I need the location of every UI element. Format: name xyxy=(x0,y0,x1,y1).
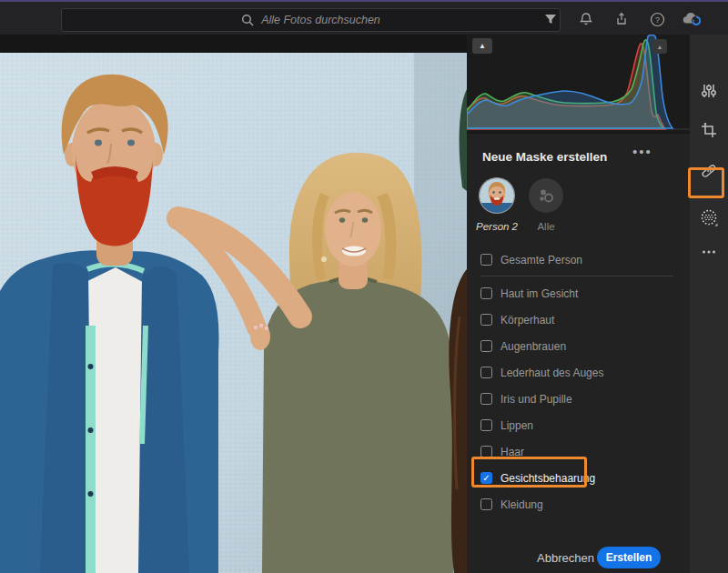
mask-option-lippen[interactable]: Lippen xyxy=(480,412,677,438)
histogram[interactable]: ▲ ▲ xyxy=(467,35,690,134)
svg-text:?: ? xyxy=(654,15,659,25)
bell-icon[interactable] xyxy=(576,9,596,29)
top-bar: Alle Fotos durchsuchen xyxy=(0,2,728,35)
mask-option-koerperhaut[interactable]: Körperhaut xyxy=(480,307,677,333)
tool-rail xyxy=(690,35,728,573)
mask-option-gesichtsbehaarung[interactable]: ✓Gesichtsbehaarung xyxy=(480,465,677,491)
mask-option-iris-und-pupille[interactable]: Iris und Pupille xyxy=(480,386,677,412)
checkbox-icon[interactable] xyxy=(480,446,492,457)
checkbox-icon[interactable] xyxy=(480,393,492,405)
checkbox-icon[interactable] xyxy=(480,254,492,266)
person-2-avatar[interactable] xyxy=(480,178,514,213)
flyout-corner-indicator xyxy=(715,224,718,226)
person-2-avatar-image xyxy=(480,178,514,213)
edit-sliders-icon[interactable] xyxy=(690,75,728,106)
crop-icon[interactable] xyxy=(690,115,728,146)
share-icon[interactable] xyxy=(612,9,632,29)
topbar-actions: ? xyxy=(541,4,703,35)
healing-brush-icon[interactable] xyxy=(690,156,728,186)
all-people-avatar[interactable] xyxy=(529,178,563,213)
cloud-sync-icon[interactable] xyxy=(682,9,703,29)
checkbox-icon[interactable] xyxy=(480,287,492,299)
more-icon[interactable] xyxy=(690,236,728,267)
mask-option-gesamte-person[interactable]: Gesamte Person xyxy=(480,246,677,273)
filter-icon[interactable] xyxy=(541,9,561,29)
checkbox-icon[interactable] xyxy=(480,340,492,352)
mask-panel: Neue Maske erstellen ••• xyxy=(467,135,690,573)
mask-options-list: Gesamte Person Haut im Gesicht Körperhau… xyxy=(480,246,677,518)
search-input[interactable]: Alle Fotos durchsuchen xyxy=(61,8,561,32)
mask-option-lederhaut-des-auges[interactable]: Lederhaut des Auges xyxy=(480,359,677,386)
options-divider xyxy=(480,276,673,276)
mask-option-haar[interactable]: Haar xyxy=(480,438,677,465)
collapse-panel-left-button[interactable]: ▲ xyxy=(472,38,492,54)
person-2-label: Person 2 xyxy=(470,221,524,232)
people-group-icon xyxy=(537,186,555,205)
checkbox-icon[interactable] xyxy=(480,367,492,378)
create-button[interactable]: Erstellen xyxy=(597,547,661,568)
help-icon[interactable]: ? xyxy=(647,9,667,29)
mask-option-kleidung[interactable]: Kleidung xyxy=(480,491,677,518)
ellipsis-menu-icon[interactable]: ••• xyxy=(632,144,652,159)
mask-option-augenbrauen[interactable]: Augenbrauen xyxy=(480,333,677,359)
lightroom-window: Alle Fotos durchsuchen xyxy=(0,0,728,573)
photo-canvas[interactable] xyxy=(0,53,467,573)
all-people-label: Alle xyxy=(519,221,573,232)
cancel-button[interactable]: Abbrechen xyxy=(537,551,594,565)
mask-panel-title: Neue Maske erstellen xyxy=(482,150,607,164)
mask-option-haut-im-gesicht[interactable]: Haut im Gesicht xyxy=(480,280,677,307)
search-placeholder: Alle Fotos durchsuchen xyxy=(261,14,380,26)
mask-panel-footer: Abbrechen Erstellen xyxy=(467,546,690,573)
checkbox-icon[interactable] xyxy=(480,419,492,431)
photo-workspace xyxy=(0,35,467,573)
search-icon xyxy=(241,14,254,26)
edit-panel: ▲ ▲ Neue Maske erstellen ••• xyxy=(467,35,690,573)
checkbox-icon[interactable] xyxy=(480,314,492,326)
checkbox-checked-icon[interactable]: ✓ xyxy=(480,472,492,484)
collapse-panel-right-button[interactable]: ▲ xyxy=(652,39,667,54)
checkbox-icon[interactable] xyxy=(480,498,492,510)
masking-icon[interactable] xyxy=(690,202,728,233)
